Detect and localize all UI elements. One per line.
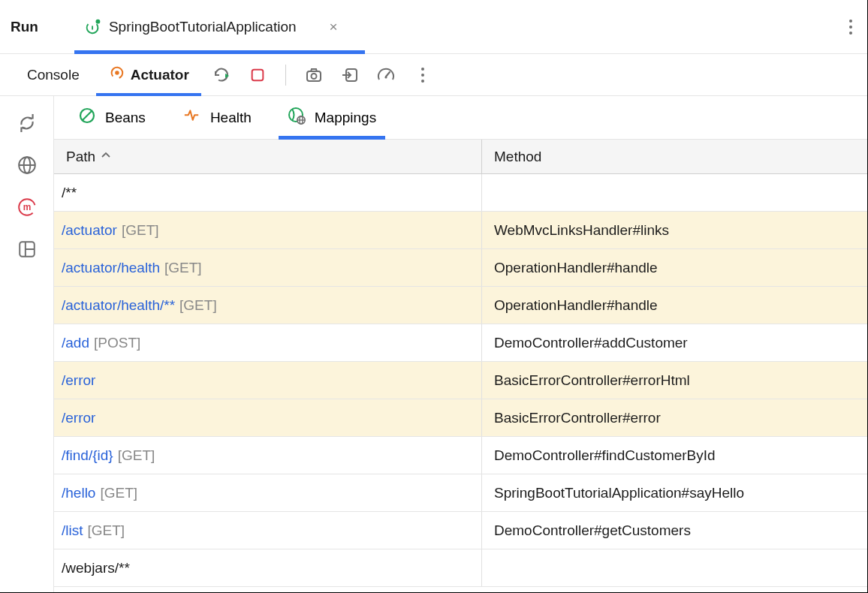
cell-method: DemoController#getCustomers xyxy=(482,512,867,549)
content-area: Beans Health xyxy=(54,96,867,592)
cell-path: /list [GET] xyxy=(54,512,482,549)
svg-line-19 xyxy=(83,111,92,120)
stop-button[interactable] xyxy=(246,64,269,86)
globe-icon[interactable] xyxy=(17,155,38,176)
tab-console-label: Console xyxy=(27,67,80,83)
table-header-row: Path Method xyxy=(54,140,867,174)
actuator-toolbar: Console Actuator xyxy=(0,54,867,96)
http-method: [GET] xyxy=(118,447,155,464)
rerun-button[interactable] xyxy=(210,64,233,86)
table-row[interactable]: /webjars/** xyxy=(54,549,867,587)
http-method: [GET] xyxy=(88,522,125,539)
path-text[interactable]: /actuator/health/** xyxy=(62,297,175,314)
cell-path: /actuator [GET] xyxy=(54,212,482,248)
actuator-body: m Beans xyxy=(0,96,867,592)
diagram-icon[interactable] xyxy=(17,239,38,260)
path-text[interactable]: /list xyxy=(62,522,83,539)
tab-beans[interactable]: Beans xyxy=(78,96,146,139)
run-tool-window-header: Run SpringBootTutorialApplication × xyxy=(0,0,867,54)
column-header-path[interactable]: Path xyxy=(54,140,482,173)
cell-path: /actuator/health [GET] xyxy=(54,249,482,286)
cell-method: BasicErrorController#errorHtml xyxy=(482,362,867,399)
camera-icon[interactable] xyxy=(303,64,325,86)
path-text[interactable]: /error xyxy=(62,372,95,389)
target-icon xyxy=(108,65,125,85)
path-text[interactable]: /actuator xyxy=(62,222,117,239)
spring-boot-icon xyxy=(85,19,101,35)
close-icon[interactable]: × xyxy=(330,19,338,35)
table-row[interactable]: /** xyxy=(54,174,867,212)
gauge-icon[interactable] xyxy=(375,64,397,86)
http-method: [GET] xyxy=(179,297,217,314)
sort-asc-icon xyxy=(101,151,110,162)
cell-method xyxy=(482,549,867,586)
tab-mappings[interactable]: Mappings xyxy=(288,96,376,139)
cell-method: OperationHandler#handle xyxy=(482,249,867,286)
tab-actuator[interactable]: Actuator xyxy=(101,54,197,95)
table-row[interactable]: /actuator [GET]WebMvcLinksHandler#links xyxy=(54,212,867,249)
table-row[interactable]: /actuator/health/** [GET]OperationHandle… xyxy=(54,287,867,324)
table-row[interactable]: /errorBasicErrorController#error xyxy=(54,399,867,437)
table-row[interactable]: /hello [GET]SpringBootTutorialApplicatio… xyxy=(54,474,867,512)
refresh-icon[interactable] xyxy=(17,113,38,134)
left-rail: m xyxy=(0,96,54,592)
svg-point-7 xyxy=(311,74,316,79)
tab-console[interactable]: Console xyxy=(20,54,87,95)
cell-path: /error xyxy=(54,362,482,399)
tab-beans-label: Beans xyxy=(105,110,146,126)
svg-rect-6 xyxy=(307,71,321,81)
cell-method: WebMvcLinksHandler#links xyxy=(482,212,867,248)
run-title: Run xyxy=(11,19,38,35)
metrics-m-icon[interactable]: m xyxy=(17,197,38,218)
svg-point-9 xyxy=(384,76,387,78)
cell-method: DemoController#addCustomer xyxy=(482,324,867,361)
table-row[interactable]: /errorBasicErrorController#errorHtml xyxy=(54,362,867,399)
http-method: [GET] xyxy=(100,485,137,501)
path-text[interactable]: /actuator/health xyxy=(62,260,160,276)
cell-path: /error xyxy=(54,399,482,436)
pulse-icon xyxy=(182,108,201,127)
column-header-method[interactable]: Method xyxy=(482,140,867,173)
tab-mappings-label: Mappings xyxy=(315,110,376,126)
path-text: /** xyxy=(62,185,77,201)
method-header-label: Method xyxy=(494,149,541,165)
http-method: [GET] xyxy=(164,260,202,276)
cell-method: SpringBootTutorialApplication#sayHello xyxy=(482,474,867,511)
http-method: [GET] xyxy=(122,222,159,239)
path-text[interactable]: /add xyxy=(62,335,89,351)
cell-method: DemoController#findCustomerById xyxy=(482,437,867,474)
globe-leaf-icon xyxy=(288,107,306,128)
mappings-table: Path Method /**/actuator [GET]WebMvcLink… xyxy=(54,140,867,592)
cell-path: /find/{id} [GET] xyxy=(54,437,482,474)
cell-path: /add [POST] xyxy=(54,324,482,361)
table-row[interactable]: /add [POST]DemoController#addCustomer xyxy=(54,324,867,362)
tab-health[interactable]: Health xyxy=(182,96,252,139)
svg-text:m: m xyxy=(23,202,31,212)
run-config-tab[interactable]: SpringBootTutorialApplication × xyxy=(80,0,342,53)
cell-method: BasicErrorController#error xyxy=(482,399,867,436)
path-text[interactable]: /hello xyxy=(62,485,95,501)
actuator-inner-tabs: Beans Health xyxy=(54,96,867,140)
cell-path: /** xyxy=(54,174,482,211)
svg-rect-5 xyxy=(252,69,264,80)
cell-method: OperationHandler#handle xyxy=(482,287,867,324)
table-row[interactable]: /list [GET]DemoController#getCustomers xyxy=(54,512,867,549)
exit-icon[interactable] xyxy=(339,64,361,86)
svg-point-1 xyxy=(95,19,100,23)
path-text[interactable]: /error xyxy=(62,410,95,426)
forbidden-icon xyxy=(78,107,96,128)
table-row[interactable]: /find/{id} [GET]DemoController#findCusto… xyxy=(54,437,867,474)
svg-point-4 xyxy=(115,71,119,75)
path-header-label: Path xyxy=(66,149,95,165)
more-icon[interactable] xyxy=(845,20,857,35)
path-text: /webjars/** xyxy=(62,560,130,576)
tab-actuator-label: Actuator xyxy=(131,67,189,83)
path-text[interactable]: /find/{id} xyxy=(62,447,113,464)
http-method: [POST] xyxy=(94,335,140,351)
cell-path: /actuator/health/** [GET] xyxy=(54,287,482,324)
cell-method xyxy=(482,174,867,211)
cell-path: /hello [GET] xyxy=(54,474,482,511)
cell-path: /webjars/** xyxy=(54,549,482,586)
table-row[interactable]: /actuator/health [GET]OperationHandler#h… xyxy=(54,249,867,287)
more-toolbar-icon[interactable] xyxy=(417,68,429,83)
